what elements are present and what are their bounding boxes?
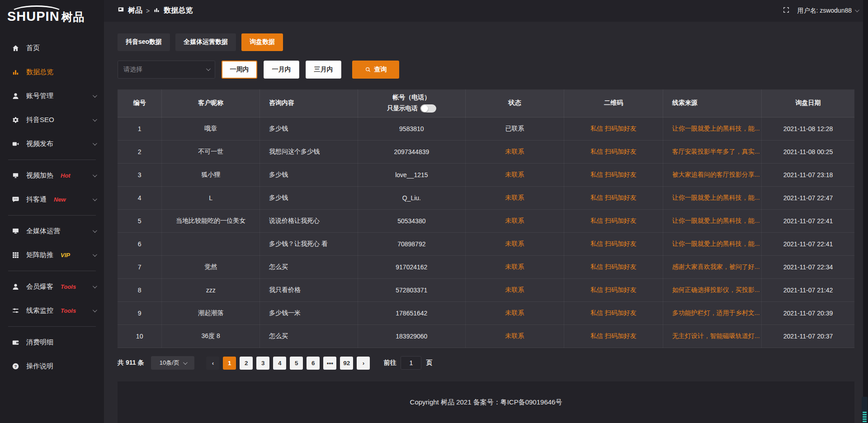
sidebar-badge: Tools [61, 283, 76, 290]
cell-id: 3 [118, 164, 162, 187]
page-button-92[interactable]: 92 [340, 357, 353, 370]
page-button-5[interactable]: 5 [290, 357, 303, 370]
goto-label-after: 页 [426, 359, 432, 367]
breadcrumb-separator: > [146, 7, 150, 14]
sidebar-item-账号管理[interactable]: 账号管理 [0, 84, 104, 108]
source-link[interactable]: 无主灯设计，智能磁吸轨道灯... [672, 332, 760, 339]
page-size-label: 10条/页 [160, 359, 179, 367]
qrcode-link[interactable]: 私信 扫码加好友 [590, 263, 637, 270]
period-button-一月内[interactable]: 一月内 [264, 61, 299, 79]
query-button[interactable]: 查询 [352, 61, 399, 79]
cell-date: 2021-11-07 22:47 [762, 187, 854, 210]
tabs: 抖音seo数据全媒体运营数据询盘数据 [118, 33, 854, 51]
cell-account: 183929060 [358, 325, 465, 348]
period-button-一周内[interactable]: 一周内 [222, 61, 257, 79]
qrcode-link[interactable]: 私信 扫码加好友 [590, 148, 637, 155]
sidebar-item-全媒体运营[interactable]: 全媒体运营 [0, 219, 104, 243]
phone-only-toggle[interactable] [420, 104, 436, 113]
col-date: 询盘日期 [762, 89, 854, 118]
cell-content: 多少钱 [260, 118, 358, 141]
tab-询盘数据[interactable]: 询盘数据 [241, 33, 283, 51]
sidebar-divider [8, 215, 96, 216]
qrcode-link[interactable]: 私信 扫码加好友 [590, 171, 637, 178]
sidebar-item-抖客通[interactable]: 抖客通New [0, 188, 104, 212]
next-page-button[interactable]: › [357, 357, 370, 370]
cell-date: 2021-11-08 12:28 [762, 118, 854, 141]
cell-nickname [162, 233, 260, 256]
cell-source: 被大家追着问的客厅投影分享... [663, 164, 761, 187]
pagination: 共 911 条 10条/页 ‹ 123456•••92 › 前往 页 [118, 356, 854, 370]
cell-qrcode: 私信 扫码加好友 [564, 302, 663, 325]
source-link[interactable]: 让你一眼就爱上的黑科技，能... [672, 194, 760, 201]
cell-qrcode: 私信 扫码加好友 [564, 164, 663, 187]
cell-status: 未联系 [465, 187, 564, 210]
cell-id: 7 [118, 256, 162, 279]
breadcrumb-root[interactable]: 树品 [128, 6, 142, 15]
qrcode-link[interactable]: 私信 扫码加好友 [590, 217, 637, 224]
table-row: 5当地比较能吃的一位美女说说价格让我死心50534380未联系私信 扫码加好友让… [118, 210, 854, 233]
qrcode-link[interactable]: 私信 扫码加好友 [590, 194, 637, 201]
cell-date: 2021-11-07 21:42 [762, 279, 854, 302]
source-link[interactable]: 客厅安装投影半年多了，真实... [672, 148, 760, 155]
sidebar-item-抖音SEO[interactable]: 抖音SEO [0, 108, 104, 132]
sidebar-item-label: 会员爆客 [26, 282, 53, 291]
sidebar-item-会员爆客[interactable]: 会员爆客Tools [0, 275, 104, 299]
sidebar-item-消费明细[interactable]: 消费明细 [0, 330, 104, 354]
source-link[interactable]: 让你一眼就爱上的黑科技，能... [672, 240, 760, 247]
page-size-select[interactable]: 10条/页 [151, 356, 194, 370]
sidebar-item-视频加热[interactable]: 视频加热Hot [0, 164, 104, 188]
prev-page-button[interactable]: ‹ [206, 357, 219, 370]
cell-date: 2021-11-07 23:18 [762, 164, 854, 187]
source-link[interactable]: 多功能护栏灯，适用于乡村文... [672, 309, 760, 316]
source-link[interactable]: 让你一眼就爱上的黑科技，能... [672, 217, 760, 224]
chevron-down-icon [206, 66, 211, 71]
qrcode-link[interactable]: 私信 扫码加好友 [590, 309, 637, 316]
cell-qrcode: 私信 扫码加好友 [564, 325, 663, 348]
page-button-3[interactable]: 3 [256, 357, 269, 370]
tab-抖音seo数据[interactable]: 抖音seo数据 [118, 33, 170, 51]
qrcode-link[interactable]: 私信 扫码加好友 [590, 332, 637, 339]
cell-status: 未联系 [465, 325, 564, 348]
status-badge: 未联系 [505, 286, 524, 293]
cell-date: 2021-11-07 22:41 [762, 233, 854, 256]
period-button-三月内[interactable]: 三月内 [306, 61, 341, 79]
sidebar-item-label: 全媒体运营 [26, 227, 60, 235]
user-menu[interactable]: 用户名: zswodun88 [797, 7, 858, 15]
qrcode-link[interactable]: 私信 扫码加好友 [590, 125, 637, 132]
qrcode-link[interactable]: 私信 扫码加好友 [590, 286, 637, 293]
cell-source: 感谢大家喜欢我家，被问了好... [663, 256, 761, 279]
source-link[interactable]: 感谢大家喜欢我家，被问了好... [672, 263, 760, 270]
table-header: 编号 客户昵称 咨询内容 帐号（电话） 只显示电话 [118, 89, 854, 118]
cell-date: 2021-11-07 22:34 [762, 256, 854, 279]
page-button-4[interactable]: 4 [273, 357, 286, 370]
footer: Copyright 树品 2021 备案号：粤ICP备09019646号 [118, 381, 854, 423]
sidebar-item-线索监控[interactable]: 线索监控Tools [0, 299, 104, 323]
page-button-6[interactable]: 6 [307, 357, 320, 370]
cell-account: 572803371 [358, 279, 465, 302]
cell-nickname: 36度 8 [162, 325, 260, 348]
goto-page-input[interactable] [401, 356, 421, 370]
cell-status: 未联系 [465, 141, 564, 164]
scrollbar[interactable] [863, 0, 868, 423]
tab-全媒体运营数据[interactable]: 全媒体运营数据 [175, 33, 236, 51]
table-row: 7觉然怎么买917024162未联系私信 扫码加好友感谢大家喜欢我家，被问了好.… [118, 256, 854, 279]
cell-account: Q_Liu. [358, 187, 465, 210]
source-link[interactable]: 让你一眼就爱上的黑科技，能... [672, 125, 760, 132]
fullscreen-icon[interactable] [783, 6, 790, 15]
sidebar-item-数据总览[interactable]: 数据总览 [0, 60, 104, 84]
sidebar-item-首页[interactable]: 首页 [0, 36, 104, 60]
status-badge: 未联系 [505, 240, 524, 247]
page-ellipsis-button[interactable]: ••• [323, 357, 336, 370]
content: 抖音seo数据全媒体运营数据询盘数据 请选择 一周内一月内三月内 查询 [104, 22, 868, 423]
sidebar-item-视频发布[interactable]: 视频发布 [0, 132, 104, 156]
page-button-2[interactable]: 2 [240, 357, 253, 370]
sidebar-item-操作说明[interactable]: ?操作说明 [0, 354, 104, 378]
logo-cn: 树品 [61, 10, 85, 23]
filter-select[interactable]: 请选择 [118, 61, 215, 79]
sidebar-item-矩阵助推[interactable]: 矩阵助推VIP [0, 243, 104, 267]
qrcode-link[interactable]: 私信 扫码加好友 [590, 240, 637, 247]
status-badge: 未联系 [505, 217, 524, 224]
source-link[interactable]: 被大家追着问的客厅投影分享... [672, 171, 760, 178]
source-link[interactable]: 如何正确选择投影仪，买投影... [672, 286, 760, 293]
page-button-1[interactable]: 1 [223, 357, 236, 370]
